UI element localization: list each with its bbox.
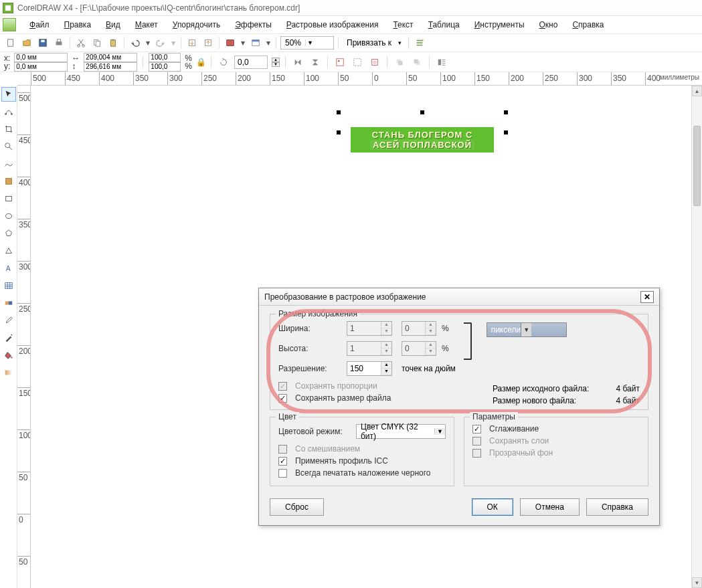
rectangle-tool-icon[interactable] (1, 191, 16, 206)
menu-tools[interactable]: Инструменты (468, 17, 531, 32)
pick-tool-icon[interactable] (1, 87, 16, 102)
bitmap-crop-icon[interactable] (368, 56, 381, 69)
rotation-input[interactable] (234, 56, 268, 69)
antialias-checkbox[interactable] (472, 425, 481, 433)
height-input[interactable] (84, 62, 137, 72)
overprint-black-checkbox[interactable] (278, 469, 287, 478)
snap-to-dropdown[interactable]: Привязать к▾ (343, 36, 404, 50)
undo-dropdown-icon[interactable]: ▾ (145, 36, 151, 50)
print-icon[interactable] (52, 36, 66, 50)
new-icon[interactable] (4, 36, 17, 50)
smart-fill-tool-icon[interactable] (1, 174, 16, 189)
close-button[interactable]: ✕ (640, 291, 654, 303)
selection-handle[interactable] (504, 130, 508, 134)
unit-dropdown[interactable]: пиксели ▼ (487, 322, 567, 337)
import-icon[interactable] (185, 36, 199, 50)
table-tool-icon[interactable] (1, 278, 16, 293)
freehand-tool-icon[interactable] (1, 157, 16, 171)
lock-ratio-icon[interactable]: 🔒 (196, 54, 205, 70)
app-launcher-dropdown-icon[interactable]: ▾ (240, 36, 246, 50)
wh-icons: ↔ ↕ (72, 54, 80, 70)
rotation-spinner[interactable]: ▲▼ (272, 58, 280, 67)
menu-view[interactable]: Вид (99, 17, 127, 32)
selection-handle[interactable] (420, 110, 424, 114)
ok-button[interactable]: ОК (472, 498, 513, 516)
welcome-icon[interactable] (249, 36, 262, 50)
bitmap-edit-icon[interactable] (333, 56, 347, 69)
redo-icon[interactable] (154, 36, 167, 50)
resolution-input[interactable]: ▲▼ (347, 361, 392, 376)
copy-icon[interactable] (90, 36, 104, 50)
scroll-down-icon[interactable]: ▼ (692, 577, 702, 588)
crop-tool-icon[interactable] (1, 122, 16, 136)
options-group: Параметры Сглаживание Сохранять слои Про… (464, 417, 648, 486)
menu-text[interactable]: Текст (386, 17, 420, 32)
text-tool-icon[interactable]: A (1, 261, 16, 276)
xy-labels: x: y: (4, 54, 10, 70)
outline-tool-icon[interactable] (1, 330, 16, 345)
zoom-level-dropdown[interactable]: 50%▼ (280, 36, 334, 50)
open-icon[interactable] (20, 36, 33, 50)
basic-shapes-tool-icon[interactable] (1, 243, 16, 258)
scale-x-input[interactable] (149, 53, 181, 62)
ruler-vertical[interactable]: 50045040035030025020015010050050 (17, 86, 31, 588)
selection-handle[interactable] (504, 110, 508, 114)
mirror-h-icon[interactable] (291, 56, 304, 69)
shape-tool-icon[interactable] (1, 104, 16, 119)
menu-window[interactable]: Окно (533, 17, 565, 32)
x-position-input[interactable] (14, 53, 68, 62)
help-button[interactable]: Справка (586, 498, 648, 516)
bitmap-trace-icon[interactable] (351, 56, 364, 69)
scroll-up-icon[interactable]: ▲ (692, 86, 702, 96)
vertical-scrollbar[interactable]: ▲ ▼ (691, 86, 702, 588)
app-launcher-icon[interactable] (224, 36, 237, 50)
wrap-text-icon[interactable] (435, 56, 448, 69)
options-icon[interactable] (413, 36, 426, 50)
undo-icon[interactable] (128, 36, 142, 50)
save-icon[interactable] (36, 36, 50, 50)
selected-object[interactable]: СТАНЬ БЛОГЕРОМ С АСЕЙ ПОПЛАВСКОЙ (351, 127, 494, 153)
dimension-tool-icon[interactable] (1, 296, 16, 310)
menu-layout[interactable]: Макет (128, 17, 165, 32)
menu-bitmaps[interactable]: Растровые изображения (280, 17, 385, 32)
reset-button[interactable]: Сброс (270, 498, 324, 516)
keep-filesize-checkbox[interactable] (278, 394, 287, 403)
export-icon[interactable] (201, 36, 215, 50)
mirror-v-icon[interactable] (309, 56, 322, 69)
welcome-dropdown-icon[interactable]: ▾ (265, 36, 272, 50)
selection-handle[interactable] (337, 110, 341, 114)
ruler-horizontal[interactable]: миллиметры 50045040035030025020015010050… (17, 72, 702, 86)
menu-arrange[interactable]: Упорядочить (166, 17, 227, 32)
menu-effects[interactable]: Эффекты (228, 17, 278, 32)
ruler-tick: 200 (17, 345, 31, 346)
cancel-button[interactable]: Отмена (520, 498, 580, 516)
icc-profile-checkbox[interactable] (278, 457, 287, 466)
selection-handle[interactable] (337, 130, 341, 134)
y-position-input[interactable] (14, 62, 68, 72)
unit-value: пиксели (491, 325, 521, 334)
dialog-titlebar[interactable]: Преобразование в растровое изображение ✕ (259, 288, 659, 306)
ellipse-tool-icon[interactable] (1, 209, 16, 223)
ruler-tick: 250 (543, 72, 543, 86)
menu-edit[interactable]: Правка (58, 17, 98, 32)
menu-file[interactable]: Файл (23, 17, 56, 32)
width-input[interactable] (84, 53, 137, 62)
zoom-tool-icon[interactable] (1, 139, 16, 154)
to-back-icon[interactable] (410, 56, 424, 69)
cut-icon[interactable] (74, 36, 88, 50)
interactive-fill-tool-icon[interactable] (1, 365, 16, 380)
menu-help[interactable]: Справка (565, 17, 610, 32)
paste-icon[interactable] (106, 36, 120, 50)
eyedropper-tool-icon[interactable] (1, 313, 16, 328)
menu-table[interactable]: Таблица (422, 17, 466, 32)
fill-tool-icon[interactable] (1, 348, 16, 363)
redo-dropdown-icon[interactable]: ▾ (170, 36, 177, 50)
scrollbar-thumb[interactable] (693, 126, 701, 206)
to-front-icon[interactable] (393, 56, 406, 69)
polygon-tool-icon[interactable] (1, 226, 16, 241)
color-mode-dropdown[interactable]: Цвет CMYK (32 бит) ▼ (356, 424, 446, 439)
ruler-tick: 250 (17, 303, 31, 304)
scale-y-input[interactable] (149, 62, 181, 72)
selection-frame[interactable]: × СТАНЬ БЛОГЕРОМ С АСЕЙ ПОПЛАВСКОЙ (339, 112, 506, 153)
ruler-tick: 450 (65, 72, 66, 86)
